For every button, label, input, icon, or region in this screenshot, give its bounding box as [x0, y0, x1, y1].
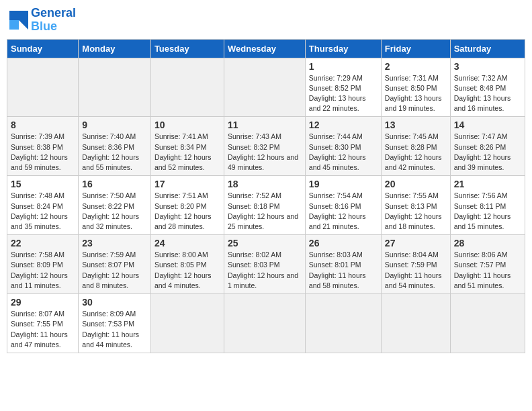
- day-info: Sunrise: 7:31 AMSunset: 8:50 PMDaylight:…: [385, 73, 447, 114]
- calendar-cell: 14Sunrise: 7:47 AMSunset: 8:26 PMDayligh…: [450, 117, 525, 176]
- day-number: 1: [309, 61, 378, 72]
- calendar-cell: [381, 294, 450, 353]
- col-header-saturday: Saturday: [450, 39, 525, 58]
- svg-marker-3: [19, 20, 28, 30]
- calendar-cell: 28Sunrise: 8:06 AMSunset: 7:57 PMDayligh…: [450, 235, 525, 294]
- day-number: 26: [309, 238, 378, 248]
- calendar-cell: 11Sunrise: 7:43 AMSunset: 8:32 PMDayligh…: [224, 117, 305, 176]
- calendar-cell: 8Sunrise: 7:39 AMSunset: 8:38 PMDaylight…: [7, 117, 79, 176]
- calendar-cell: [224, 294, 305, 353]
- day-info: Sunrise: 7:59 AMSunset: 8:07 PMDaylight:…: [82, 250, 147, 291]
- day-number: 12: [309, 120, 378, 130]
- day-number: 28: [454, 238, 521, 248]
- day-number: 11: [228, 120, 302, 130]
- svg-rect-0: [9, 11, 19, 20]
- calendar-cell: 24Sunrise: 8:00 AMSunset: 8:05 PMDayligh…: [150, 235, 224, 294]
- day-info: Sunrise: 7:52 AMSunset: 8:18 PMDaylight:…: [228, 191, 302, 232]
- day-info: Sunrise: 8:02 AMSunset: 8:03 PMDaylight:…: [228, 250, 302, 291]
- calendar-cell: 30Sunrise: 8:09 AMSunset: 7:53 PMDayligh…: [79, 294, 151, 353]
- day-info: Sunrise: 7:48 AMSunset: 8:24 PMDaylight:…: [11, 191, 75, 232]
- day-number: 24: [154, 238, 220, 248]
- day-info: Sunrise: 7:32 AMSunset: 8:48 PMDaylight:…: [454, 73, 521, 114]
- day-info: Sunrise: 8:09 AMSunset: 7:53 PMDaylight:…: [82, 309, 147, 350]
- svg-rect-1: [19, 11, 28, 20]
- calendar-cell: 20Sunrise: 7:55 AMSunset: 8:13 PMDayligh…: [381, 176, 450, 235]
- day-number: 30: [82, 297, 147, 308]
- day-info: Sunrise: 7:47 AMSunset: 8:26 PMDaylight:…: [454, 132, 521, 173]
- day-number: 23: [82, 238, 147, 248]
- col-header-thursday: Thursday: [305, 39, 381, 58]
- day-info: Sunrise: 7:39 AMSunset: 8:38 PMDaylight:…: [11, 132, 75, 173]
- day-number: 29: [11, 297, 75, 308]
- day-info: Sunrise: 7:55 AMSunset: 8:13 PMDaylight:…: [385, 191, 447, 232]
- day-info: Sunrise: 8:00 AMSunset: 8:05 PMDaylight:…: [154, 250, 220, 291]
- logo-text: GeneralBlue: [31, 7, 76, 34]
- day-info: Sunrise: 7:41 AMSunset: 8:34 PMDaylight:…: [154, 132, 220, 173]
- day-number: 18: [228, 179, 302, 189]
- day-info: Sunrise: 7:54 AMSunset: 8:16 PMDaylight:…: [309, 191, 378, 232]
- col-header-sunday: Sunday: [7, 39, 79, 58]
- day-number: 22: [11, 238, 75, 248]
- day-info: Sunrise: 7:40 AMSunset: 8:36 PMDaylight:…: [82, 132, 147, 173]
- calendar-cell: 25Sunrise: 8:02 AMSunset: 8:03 PMDayligh…: [224, 235, 305, 294]
- calendar-cell: 18Sunrise: 7:52 AMSunset: 8:18 PMDayligh…: [224, 176, 305, 235]
- calendar-cell: [150, 58, 224, 117]
- day-number: 20: [385, 179, 447, 189]
- calendar-cell: 13Sunrise: 7:45 AMSunset: 8:28 PMDayligh…: [381, 117, 450, 176]
- col-header-wednesday: Wednesday: [224, 39, 305, 58]
- calendar-cell: 23Sunrise: 7:59 AMSunset: 8:07 PMDayligh…: [79, 235, 151, 294]
- calendar-cell: 12Sunrise: 7:44 AMSunset: 8:30 PMDayligh…: [305, 117, 381, 176]
- day-number: 2: [385, 61, 447, 72]
- day-number: 17: [154, 179, 220, 189]
- calendar-cell: 27Sunrise: 8:04 AMSunset: 7:59 PMDayligh…: [381, 235, 450, 294]
- day-number: 8: [11, 120, 75, 130]
- day-info: Sunrise: 8:07 AMSunset: 7:55 PMDaylight:…: [11, 309, 75, 350]
- logo: GeneralBlue: [9, 7, 76, 34]
- calendar-cell: [224, 58, 305, 117]
- day-number: 25: [228, 238, 302, 248]
- day-number: 13: [385, 120, 447, 130]
- day-number: 15: [11, 179, 75, 189]
- day-info: Sunrise: 7:51 AMSunset: 8:20 PMDaylight:…: [154, 191, 220, 232]
- col-header-friday: Friday: [381, 39, 450, 58]
- day-info: Sunrise: 7:45 AMSunset: 8:28 PMDaylight:…: [385, 132, 447, 173]
- day-info: Sunrise: 8:03 AMSunset: 8:01 PMDaylight:…: [309, 250, 378, 291]
- day-info: Sunrise: 7:43 AMSunset: 8:32 PMDaylight:…: [228, 132, 302, 173]
- calendar-cell: [450, 294, 525, 353]
- calendar-cell: [7, 58, 79, 117]
- calendar-cell: 3Sunrise: 7:32 AMSunset: 8:48 PMDaylight…: [450, 58, 525, 117]
- calendar-cell: [305, 294, 381, 353]
- calendar-cell: [79, 58, 151, 117]
- day-number: 21: [454, 179, 521, 189]
- day-number: 27: [385, 238, 447, 248]
- calendar-cell: 2Sunrise: 7:31 AMSunset: 8:50 PMDaylight…: [381, 58, 450, 117]
- day-number: 16: [82, 179, 147, 189]
- logo-icon: [9, 11, 28, 30]
- day-info: Sunrise: 7:56 AMSunset: 8:11 PMDaylight:…: [454, 191, 521, 232]
- calendar-cell: 22Sunrise: 7:58 AMSunset: 8:09 PMDayligh…: [7, 235, 79, 294]
- day-info: Sunrise: 7:58 AMSunset: 8:09 PMDaylight:…: [11, 250, 75, 291]
- day-number: 10: [154, 120, 220, 130]
- calendar-cell: 15Sunrise: 7:48 AMSunset: 8:24 PMDayligh…: [7, 176, 79, 235]
- calendar-cell: 26Sunrise: 8:03 AMSunset: 8:01 PMDayligh…: [305, 235, 381, 294]
- calendar-cell: 17Sunrise: 7:51 AMSunset: 8:20 PMDayligh…: [150, 176, 224, 235]
- calendar-cell: 1Sunrise: 7:29 AMSunset: 8:52 PMDaylight…: [305, 58, 381, 117]
- day-info: Sunrise: 7:29 AMSunset: 8:52 PMDaylight:…: [309, 73, 378, 114]
- calendar-cell: 19Sunrise: 7:54 AMSunset: 8:16 PMDayligh…: [305, 176, 381, 235]
- calendar-cell: [150, 294, 224, 353]
- day-info: Sunrise: 7:50 AMSunset: 8:22 PMDaylight:…: [82, 191, 147, 232]
- day-number: 19: [309, 179, 378, 189]
- calendar-table: SundayMondayTuesdayWednesdayThursdayFrid…: [7, 39, 525, 353]
- day-info: Sunrise: 8:04 AMSunset: 7:59 PMDaylight:…: [385, 250, 447, 291]
- calendar-cell: 16Sunrise: 7:50 AMSunset: 8:22 PMDayligh…: [79, 176, 151, 235]
- svg-rect-2: [9, 20, 19, 30]
- calendar-cell: 10Sunrise: 7:41 AMSunset: 8:34 PMDayligh…: [150, 117, 224, 176]
- day-info: Sunrise: 7:44 AMSunset: 8:30 PMDaylight:…: [309, 132, 378, 173]
- day-info: Sunrise: 8:06 AMSunset: 7:57 PMDaylight:…: [454, 250, 521, 291]
- page-header: GeneralBlue: [7, 7, 525, 34]
- day-number: 3: [454, 61, 521, 72]
- calendar-cell: 21Sunrise: 7:56 AMSunset: 8:11 PMDayligh…: [450, 176, 525, 235]
- day-number: 9: [82, 120, 147, 130]
- calendar-cell: 9Sunrise: 7:40 AMSunset: 8:36 PMDaylight…: [79, 117, 151, 176]
- col-header-monday: Monday: [79, 39, 151, 58]
